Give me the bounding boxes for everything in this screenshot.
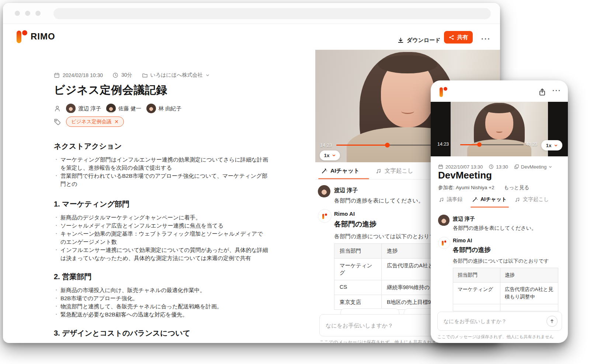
- bullet-item: 営業部門で行われているB2B市場でのアプローチ強化について、マーケティング部門と…: [54, 172, 268, 188]
- mobile-tab-minutes[interactable]: 議事録: [439, 196, 462, 203]
- workspace-selector[interactable]: いろはにほへ株式会社: [142, 72, 210, 79]
- mobile-chat-input[interactable]: [437, 312, 562, 331]
- mobile-total-time: 43:23: [526, 142, 537, 147]
- mobile-playback-speed-selector[interactable]: 1x: [541, 140, 562, 150]
- clock-icon: [489, 164, 494, 169]
- bullet-item: 物流部門と連携して、各販売チャネルに合った配送戦略を計画。: [54, 302, 268, 311]
- rimo-ai-avatar: [318, 209, 332, 223]
- header-more-button[interactable]: ···: [481, 35, 491, 43]
- mobile-chat-ai-name: Rimo AI: [453, 238, 472, 243]
- mobile-video-player[interactable]: 14:23 43:23 1x: [431, 102, 568, 156]
- mobile-chat-ai-body: 各部門の進捗については以下のとおりです: [453, 258, 549, 264]
- mobile-share-button[interactable]: [538, 88, 546, 97]
- participant-avatar: [146, 104, 156, 113]
- workspace-name: いろはにほへ株式会社: [150, 72, 203, 79]
- rimo-logo-mark: [442, 240, 447, 245]
- window-close-dot[interactable]: [15, 11, 20, 16]
- meeting-tag-pill[interactable]: ビジネス定例会議 ✕: [66, 117, 124, 127]
- mobile-folder-name: DevMeeting: [521, 164, 546, 170]
- bullet-item: 佐藤が設計変更によるデザインへの影響について説明。: [54, 343, 268, 343]
- tab-label: 議事録: [447, 196, 462, 203]
- progress-handle[interactable]: [385, 143, 390, 148]
- table-cell: 東京支店: [334, 295, 382, 310]
- share-button[interactable]: 共有: [444, 31, 473, 44]
- music-note-icon: [515, 197, 520, 202]
- current-time-label: 14:23: [320, 142, 332, 148]
- table-cell: CS: [334, 280, 382, 295]
- app-header: RIMO ダウンロード 共有: [3, 24, 500, 50]
- music-note-icon: [439, 197, 444, 202]
- participant: 林 由紀子: [146, 104, 181, 113]
- mobile-participants: 参加者: Ayumi Nishiya +2: [438, 184, 494, 191]
- chevron-down-icon: [554, 143, 558, 148]
- mobile-chat-ai-heading: 各部門の進捗: [453, 246, 490, 254]
- section-bullets: マーケティング部門はインフルエンサー連携の効果測定についてさらに詳細な計画を策定…: [54, 156, 268, 188]
- mobile-app-window: ··· 14:23 43:23 1x: [431, 80, 568, 343]
- participants-row: 渡辺 淳子 佐藤 健一 林 由紀子: [54, 104, 268, 113]
- window-zoom-dot[interactable]: [35, 11, 41, 16]
- bullet-item: B2B市場でのアプローチ強化。: [54, 294, 268, 302]
- rimo-logo-mark: [17, 30, 28, 43]
- bullet-item: キャンペーン効果の測定基準：ウェブトラフィック増加とソーシャルメディアでのエンゲ…: [54, 230, 268, 246]
- mobile-folder-selector[interactable]: DevMeeting: [514, 164, 552, 170]
- section-heading: 2. 営業部門: [54, 272, 268, 282]
- mobile-chat-user-message: 各部門の進捗を表にしてください。: [453, 225, 537, 232]
- tab-transcript[interactable]: 文字起こし: [376, 167, 413, 175]
- participant-name: 渡辺 淳子: [78, 105, 101, 112]
- tab-ai-chat[interactable]: AIチャット: [321, 167, 360, 175]
- bullet-item: 新商品のデジタルマーケティングキャンペーンに着手。: [54, 214, 268, 222]
- ios-share-icon: [538, 88, 546, 96]
- document-title: ビジネス定例会議記録: [54, 83, 268, 98]
- mobile-participants-row: 参加者: Ayumi Nishiya +2 もっと見る: [438, 184, 529, 191]
- table-header-cell: 担当部門: [334, 244, 382, 259]
- mobile-current-time: 14:23: [437, 142, 449, 147]
- window-minimize-dot[interactable]: [25, 11, 30, 16]
- chat-ai-name: Rimo AI: [334, 211, 355, 217]
- chat-user-name: 渡辺 淳子: [334, 187, 358, 194]
- table-header-row: 担当部門 進捗: [453, 268, 558, 282]
- mobile-more-button[interactable]: ···: [552, 87, 561, 95]
- table-header-cell: 進捗: [500, 268, 558, 282]
- playback-speed-selector[interactable]: 1x: [320, 150, 340, 160]
- mobile-see-more-link[interactable]: もっと見る: [504, 184, 529, 191]
- mobile-meta-row: 2022/10/07 13:30 13:30 DevMeeting: [438, 163, 552, 170]
- rimo-logo-mark: [440, 87, 448, 97]
- share-label: 共有: [457, 34, 468, 41]
- rimo-logo-mark: [322, 214, 327, 219]
- magic-wand-icon: [321, 168, 327, 174]
- mobile-chat-user-avatar: [438, 215, 450, 226]
- download-label: ダウンロード: [407, 37, 441, 44]
- rimo-logo[interactable]: RIMO: [17, 30, 55, 43]
- mobile-meeting-duration: 13:30: [496, 164, 508, 170]
- mobile-tab-transcript[interactable]: 文字起こし: [515, 196, 549, 203]
- arrow-up-icon: [549, 319, 555, 324]
- tag-remove-icon[interactable]: ✕: [114, 119, 119, 125]
- tag-row: ビジネス定例会議 ✕: [54, 117, 268, 126]
- clock-icon: [112, 72, 118, 78]
- mobile-rimo-logo[interactable]: [440, 87, 448, 98]
- rimo-logo-text: RIMO: [31, 31, 55, 42]
- mobile-progress-fill: [460, 144, 479, 145]
- chat-ai-body: 各部門の進捗については以下のとおりです: [334, 233, 441, 240]
- person-icon: [54, 105, 61, 112]
- chat-ai-heading: 各部門の進捗: [334, 219, 376, 229]
- bullet-item: 緊急配送が必要なB2B顧客への迅速な対応を優先。: [54, 311, 268, 319]
- calendar-icon: [54, 72, 60, 78]
- section-heading: ネクストアクション: [54, 141, 268, 151]
- share-network-icon: [449, 35, 454, 40]
- section-bullets: 新商品の市場投入に向け、販売チャネルの最適化作業中。 B2B市場でのアプローチ強…: [54, 286, 268, 319]
- section-heading: 3. デザインとコストのバランスについて: [54, 328, 268, 338]
- tab-label: AIチャット: [480, 196, 507, 203]
- mobile-chat-user-name: 渡辺 淳子: [453, 216, 475, 222]
- mobile-meeting-date: 2022/10/07 13:30: [445, 164, 483, 170]
- bullet-item: インフルエンサー連携について効果測定についての質問があったが、具体的な詳細は決ま…: [54, 246, 268, 262]
- section-bullets: 佐藤が設計変更によるデザインへの影響について説明。 山田がデザインの維持を優先す…: [54, 343, 268, 343]
- address-bar[interactable]: [53, 8, 491, 19]
- download-button[interactable]: ダウンロード: [398, 37, 441, 44]
- mobile-progress-handle[interactable]: [477, 142, 482, 147]
- mobile-active-tab-underline: [471, 207, 509, 208]
- mobile-send-button[interactable]: [546, 316, 558, 327]
- chat-user-message: 各部門の進捗を表にしてください。: [334, 197, 424, 204]
- mobile-tab-ai-chat[interactable]: AIチャット: [472, 196, 507, 203]
- tab-label: 文字起こし: [523, 196, 549, 203]
